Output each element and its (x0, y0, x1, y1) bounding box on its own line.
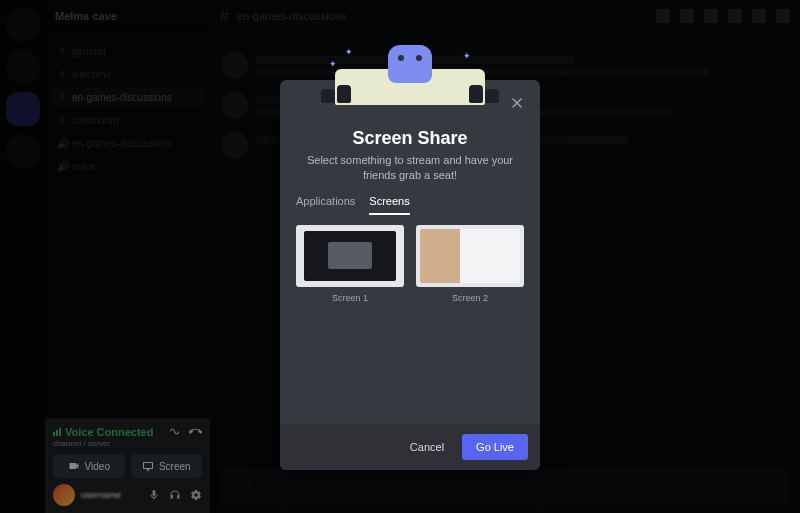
screen-thumbnails: Screen 1 Screen 2 (280, 215, 540, 303)
modal-title: Screen Share (298, 128, 522, 149)
close-button[interactable] (506, 92, 528, 114)
modal-footer: Cancel Go Live (280, 424, 540, 470)
screen-label: Screen 2 (416, 293, 524, 303)
cancel-button[interactable]: Cancel (400, 435, 454, 459)
screen-preview (416, 225, 524, 287)
screen-share-modal: ✦✦✦ Screen Share Select something to str… (280, 80, 540, 470)
tab-applications[interactable]: Applications (296, 195, 355, 215)
modal-subtitle: Select something to stream and have your… (298, 153, 522, 183)
screen-option[interactable]: Screen 1 (296, 225, 404, 303)
modal-tabs: Applications Screens (280, 183, 540, 215)
tab-screens[interactable]: Screens (369, 195, 409, 215)
screen-preview (296, 225, 404, 287)
screen-option[interactable]: Screen 2 (416, 225, 524, 303)
screen-label: Screen 1 (296, 293, 404, 303)
go-live-button[interactable]: Go Live (462, 434, 528, 460)
close-icon (509, 95, 525, 111)
